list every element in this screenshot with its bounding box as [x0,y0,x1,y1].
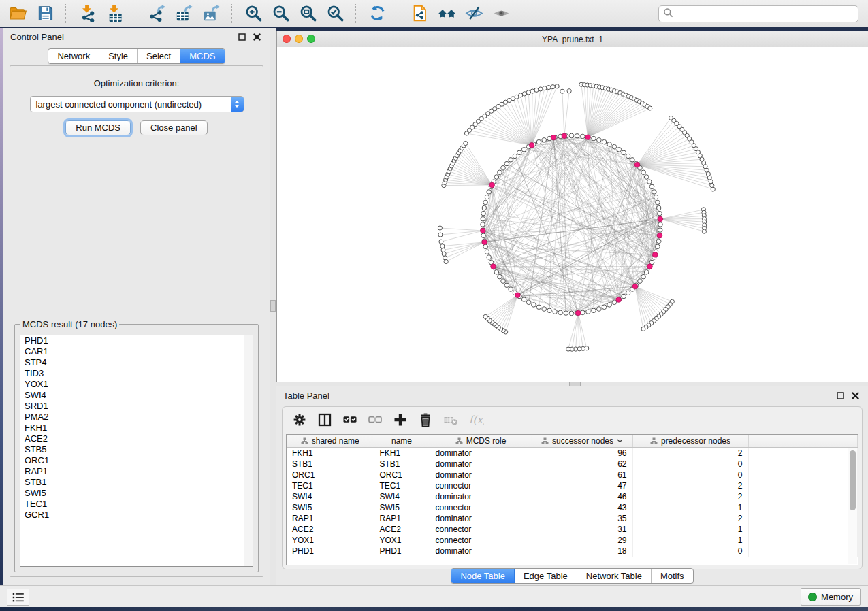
float-panel-icon[interactable] [834,389,846,401]
apply-layout-button[interactable] [365,2,389,25]
mcds-result-item[interactable]: STB1 [20,477,253,488]
add-column-button[interactable] [390,410,411,430]
cell-name[interactable]: SWI5 [374,502,430,513]
hide-panel-button[interactable] [462,2,486,25]
mcds-result-item[interactable]: ORC1 [20,455,253,466]
cell-shared-name[interactable]: RAP1 [287,513,374,524]
zoom-fit-button[interactable] [295,2,320,25]
table-row[interactable]: SWI4SWI4dominator462 [287,491,858,502]
mcds-result-item[interactable]: SWI5 [20,488,253,499]
float-panel-icon[interactable] [236,31,248,43]
close-panel-button[interactable]: Close panel [140,120,208,135]
cell-name[interactable]: YOX1 [374,535,430,546]
cell-predecessor-nodes[interactable]: 2 [632,491,748,502]
table-row[interactable]: ORC1ORC1dominator610 [287,469,858,480]
window-minimize-button[interactable] [295,35,303,43]
zoom-out-button[interactable] [268,2,293,25]
import-network-button[interactable] [75,2,99,25]
export-image-button[interactable] [199,2,223,25]
cell-name[interactable]: TEC1 [374,480,430,491]
deselect-all-button[interactable] [365,410,385,430]
cell-predecessor-nodes[interactable]: 1 [632,535,748,546]
cell-predecessor-nodes[interactable]: 1 [632,524,748,535]
window-maximize-button[interactable] [307,35,315,43]
column-header-shared-name[interactable]: shared name [287,435,374,448]
memory-button[interactable]: Memory [801,588,861,606]
zoom-selected-button[interactable] [323,2,347,25]
cell-MCDS-role[interactable]: connector [430,502,532,513]
cell-successor-nodes[interactable]: 61 [532,469,632,480]
tab-node-table[interactable]: Node Table [451,569,515,583]
cell-successor-nodes[interactable]: 29 [532,535,632,546]
cell-predecessor-nodes[interactable]: 0 [632,546,748,557]
zoom-in-button[interactable] [241,2,266,25]
cell-shared-name[interactable]: YOX1 [287,535,374,546]
table-row[interactable]: TEC1TEC1connector472 [287,480,858,491]
cell-name[interactable]: SWI4 [374,491,430,502]
mcds-result-item[interactable]: TEC1 [20,499,253,510]
tab-select[interactable]: Select [138,49,180,63]
table-row[interactable]: SWI5SWI5connector431 [287,502,858,513]
cell-shared-name[interactable]: ACE2 [287,524,374,535]
column-header-successor-nodes[interactable]: successor nodes [532,435,632,448]
import-table-button[interactable] [102,2,127,25]
mcds-result-item[interactable]: STB5 [20,444,253,455]
search-network-button[interactable] [434,2,459,25]
cell-shared-name[interactable]: FKH1 [287,448,374,459]
table-row[interactable]: PHD1PHD1dominator180 [287,546,858,557]
cell-shared-name[interactable]: SWI5 [287,502,374,513]
cell-MCDS-role[interactable]: connector [430,535,532,546]
tab-network-table[interactable]: Network Table [577,569,652,583]
tab-style[interactable]: Style [99,49,138,63]
cell-name[interactable]: FKH1 [374,448,430,459]
window-close-button[interactable] [283,35,291,43]
export-network-button[interactable] [144,2,169,25]
cell-MCDS-role[interactable]: dominator [430,448,532,459]
table-row[interactable]: FKH1FKH1dominator962 [287,448,858,459]
cell-name[interactable]: STB1 [374,459,430,469]
mcds-list-scrollbar[interactable] [244,335,253,566]
mcds-result-item[interactable]: ACE2 [20,433,253,444]
splitter-grip[interactable] [270,300,276,312]
cell-shared-name[interactable]: SWI4 [287,491,374,502]
cell-predecessor-nodes[interactable]: 2 [632,448,748,459]
cell-name[interactable]: ORC1 [374,469,430,480]
cell-MCDS-role[interactable]: dominator [430,469,532,480]
cell-name[interactable]: PHD1 [374,546,430,557]
export-table-button[interactable] [172,2,196,25]
cell-shared-name[interactable]: STB1 [287,459,374,469]
table-scrollbar[interactable] [848,448,857,564]
run-mcds-button[interactable]: Run MCDS [65,120,131,135]
mcds-result-item[interactable]: GCR1 [20,510,253,521]
cell-shared-name[interactable]: PHD1 [287,546,374,557]
open-file-button[interactable] [5,2,30,25]
cell-successor-nodes[interactable]: 31 [532,524,632,535]
mcds-result-item[interactable]: PMA2 [20,412,253,423]
frames-list-button[interactable] [7,589,29,606]
select-all-button[interactable] [340,410,360,430]
split-columns-button[interactable] [315,410,335,430]
delete-column-button[interactable] [415,410,436,430]
table-row[interactable]: ACE2ACE2connector311 [287,524,858,535]
column-header-MCDS-role[interactable]: MCDS role [430,435,532,448]
close-panel-icon[interactable] [849,389,861,401]
cell-successor-nodes[interactable]: 43 [532,502,632,513]
cell-successor-nodes[interactable]: 47 [532,480,632,491]
cell-MCDS-role[interactable]: dominator [430,491,532,502]
tab-motifs[interactable]: Motifs [652,569,693,583]
settings-button[interactable] [289,410,310,430]
mcds-result-item[interactable]: SRD1 [20,401,253,412]
search-box[interactable] [658,5,858,22]
cell-successor-nodes[interactable]: 18 [532,546,632,557]
mcds-result-item[interactable]: CAR1 [20,346,253,357]
mcds-result-list[interactable]: PHD1CAR1STP4TID3YOX1SWI4SRD1PMA2FKH1ACE2… [20,335,253,567]
criterion-dropdown[interactable]: largest connected component (undirected) [30,96,244,112]
tab-network[interactable]: Network [48,49,99,63]
network-graph[interactable] [277,47,868,382]
network-titlebar[interactable]: YPA_prune.txt_1 [277,31,868,48]
cell-predecessor-nodes[interactable]: 2 [632,513,748,524]
cell-shared-name[interactable]: TEC1 [287,480,374,491]
show-panel-button[interactable] [489,2,513,25]
network-canvas[interactable] [277,47,868,382]
cell-predecessor-nodes[interactable]: 0 [632,469,748,480]
